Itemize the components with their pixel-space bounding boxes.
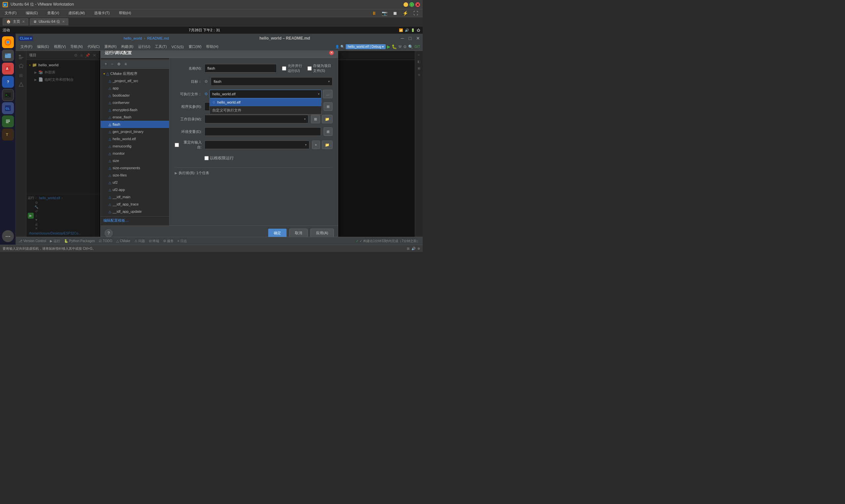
env-expand-button[interactable]: ⊞ bbox=[324, 127, 332, 136]
dialog-help-button[interactable]: ? bbox=[105, 229, 113, 237]
dialog-tree-uf2[interactable]: △ uf2 bbox=[101, 179, 169, 186]
dialog-confirm-button[interactable]: 确定 bbox=[268, 229, 287, 237]
clion-menu-file[interactable]: 文件(F) bbox=[18, 43, 34, 50]
workdir-browse-button[interactable]: 📁 bbox=[322, 115, 332, 123]
edit-templates-link[interactable]: 编辑配置模板… bbox=[103, 218, 129, 223]
dialog-close-button[interactable]: ✕ bbox=[329, 51, 334, 55]
clion-menu-navigate[interactable]: 导航(N) bbox=[68, 43, 85, 50]
redirect-folder-button[interactable]: 📁 bbox=[322, 141, 332, 149]
dialog-tree-size-files[interactable]: △ size-files bbox=[101, 172, 169, 179]
ubuntu-app-text-editor[interactable] bbox=[2, 115, 14, 127]
clion-menu-code[interactable]: 代码(C) bbox=[86, 43, 102, 50]
build-button[interactable]: ⚒ bbox=[398, 44, 402, 49]
bottom-tab-run[interactable]: ▶ 运行 bbox=[50, 239, 60, 244]
clion-maximize-button[interactable]: □ bbox=[409, 36, 411, 41]
clion-menu-help[interactable]: 帮助(H) bbox=[204, 43, 220, 50]
clion-menu-vcs[interactable]: VCS(S) bbox=[169, 44, 186, 50]
ubuntu-app-clion[interactable]: CL bbox=[2, 102, 14, 114]
ubuntu-app-files[interactable] bbox=[2, 50, 14, 61]
clion-close-button[interactable]: ✕ bbox=[416, 36, 420, 41]
ubuntu-show-apps-button[interactable]: ⋯ bbox=[2, 230, 14, 242]
dialog-cancel-button[interactable]: 取消 bbox=[289, 229, 308, 237]
dialog-apply-button[interactable]: 应用(A) bbox=[310, 229, 334, 237]
allow-parallel-checkbox[interactable] bbox=[282, 66, 286, 71]
redirect-select[interactable] bbox=[204, 141, 309, 149]
ubuntu-activities[interactable]: 活动 bbox=[3, 28, 10, 33]
dropdown-option-hello-world-elf[interactable]: ⚙ hello_world.elf bbox=[210, 98, 321, 106]
clion-menu-edit[interactable]: 编辑(E) bbox=[35, 43, 51, 50]
breadcrumb-hello-world[interactable]: hello_world bbox=[124, 36, 142, 40]
vmware-screenshot-button[interactable]: 📷 bbox=[380, 9, 389, 17]
dialog-tree-size[interactable]: △ size bbox=[101, 157, 169, 164]
bottom-tab-python-packages[interactable]: 🐍 Python Packages bbox=[64, 239, 95, 243]
vmware-menu-vm[interactable]: 虚拟机(M) bbox=[66, 10, 87, 16]
dialog-tree-idf-main[interactable]: △ __idf_main bbox=[101, 193, 169, 200]
vmware-minimize-button[interactable]: _ bbox=[403, 2, 408, 7]
close-icon[interactable]: ✕ bbox=[62, 20, 65, 23]
search-everywhere-icon[interactable]: 🔍 bbox=[341, 45, 344, 49]
vmware-tab-home[interactable]: 🏠 主页 ✕ bbox=[3, 18, 29, 25]
git-button[interactable]: GIT bbox=[414, 45, 420, 49]
dialog-tree-encrypted-flash[interactable]: △ encrypted-flash bbox=[101, 106, 169, 113]
debug-button[interactable]: 🐛 bbox=[392, 44, 397, 49]
clion-menu-window[interactable]: 窗口(W) bbox=[187, 43, 204, 50]
bottom-tab-terminal[interactable]: ⊟ 终端 bbox=[149, 239, 159, 244]
dialog-tree-project-elf-src[interactable]: △ _project_elf_src bbox=[101, 77, 169, 85]
run-config-dropdown[interactable]: hello_world.elf | Debug ▾ bbox=[346, 44, 386, 49]
run-as-root-checkbox[interactable] bbox=[204, 156, 209, 160]
dialog-tree-size-components[interactable]: △ size-components bbox=[101, 164, 169, 172]
form-name-input[interactable] bbox=[204, 64, 277, 73]
dialog-tree-filter-button[interactable]: ≡ bbox=[123, 61, 128, 67]
dialog-tree-uf2-app[interactable]: △ uf2-app bbox=[101, 186, 169, 193]
workdir-expand-button[interactable]: ⊞ bbox=[311, 115, 320, 123]
bottom-tab-todo[interactable]: ☑ TODO bbox=[99, 239, 112, 243]
dialog-tree-remove-button[interactable]: − bbox=[110, 61, 115, 67]
dialog-tree-monitor[interactable]: △ monitor bbox=[101, 150, 169, 157]
clion-menu-view[interactable]: 视图(V) bbox=[52, 43, 68, 50]
bottom-tab-problems[interactable]: ⚠ 问题 bbox=[134, 239, 145, 244]
close-icon[interactable]: ✕ bbox=[22, 20, 25, 23]
ubuntu-app-help[interactable]: ? bbox=[2, 76, 14, 88]
store-project-checkbox[interactable] bbox=[307, 66, 312, 71]
dialog-tree-hello-world-elf[interactable]: △ hello_world.elf bbox=[101, 135, 169, 143]
redirect-checkbox[interactable] bbox=[175, 143, 179, 147]
vmware-menu-file[interactable]: 文件(F) bbox=[3, 10, 18, 16]
vmware-maximize-button[interactable]: □ bbox=[410, 2, 414, 7]
executable-dropdown-trigger[interactable]: hello_world.elf ▾ bbox=[209, 90, 322, 98]
dialog-tree-app[interactable]: △ app bbox=[101, 85, 169, 92]
clion-menu-refactor[interactable]: 重构(R) bbox=[102, 43, 119, 50]
dialog-tree-flash[interactable]: △ flash bbox=[101, 121, 169, 128]
dialog-tree-add-button[interactable]: + bbox=[103, 61, 108, 67]
vmware-close-button[interactable]: ✕ bbox=[415, 2, 420, 7]
ubuntu-app-softwarestore[interactable]: A bbox=[2, 63, 14, 74]
vmware-menu-view[interactable]: 查看(V) bbox=[45, 10, 62, 16]
dialog-tree-idf-app-update[interactable]: △ __idf_app_update bbox=[101, 208, 169, 215]
vmware-suspend-button[interactable]: ⏹ bbox=[391, 9, 399, 17]
clion-menu-run[interactable]: 运行(U) bbox=[136, 43, 152, 50]
dialog-tree-erase-flash[interactable]: △ erase_flash bbox=[101, 113, 169, 121]
dialog-tree-bootloader[interactable]: △ bootloader bbox=[101, 92, 169, 99]
run-button[interactable]: ▶ bbox=[387, 44, 390, 49]
args-expand-button[interactable]: ⊞ bbox=[324, 102, 332, 111]
workdir-select[interactable] bbox=[204, 115, 308, 123]
executable-browse-button[interactable]: … bbox=[323, 90, 332, 98]
clion-menu-build[interactable]: 构建(B) bbox=[119, 43, 135, 50]
ubuntu-app-terminal[interactable]: >_ bbox=[2, 89, 14, 101]
bottom-tab-cmake[interactable]: △ CMake bbox=[116, 239, 131, 243]
ubuntu-vm[interactable]: 活动 7月28日 下午2：31 📶 🔊 🔋 ⏻ bbox=[0, 26, 422, 245]
clion-minimize-button[interactable]: ─ bbox=[401, 36, 404, 41]
breadcrumb-readme[interactable]: README.md bbox=[147, 36, 169, 40]
dialog-tree-gen-project[interactable]: △ gen_project_binary bbox=[101, 128, 169, 135]
bottom-tab-services[interactable]: ⚙ 服务 bbox=[163, 239, 174, 244]
dialog-tree-menuconfig[interactable]: △ menuconfig bbox=[101, 143, 169, 150]
dropdown-option-custom[interactable]: 自定义可执行文件 bbox=[210, 106, 321, 114]
dialog-tree-confserver[interactable]: △ confserver bbox=[101, 99, 169, 106]
settings-button[interactable]: ⚙ bbox=[403, 44, 407, 49]
before-launch-expander[interactable]: ▶ 执行前(B): 1个任务 bbox=[175, 167, 332, 177]
vmware-menu-edit[interactable]: 编辑(E) bbox=[24, 10, 40, 16]
ubuntu-app-firefox[interactable] bbox=[2, 36, 14, 48]
vmware-pause-button[interactable]: ⏸ bbox=[370, 9, 378, 17]
vmware-tab-ubuntu[interactable]: 🖥 Ubuntu 64 位 ✕ bbox=[30, 18, 68, 25]
clion-menu-tools[interactable]: 工具(T) bbox=[153, 43, 169, 50]
vmware-menu-help[interactable]: 帮助(H) bbox=[117, 10, 133, 16]
